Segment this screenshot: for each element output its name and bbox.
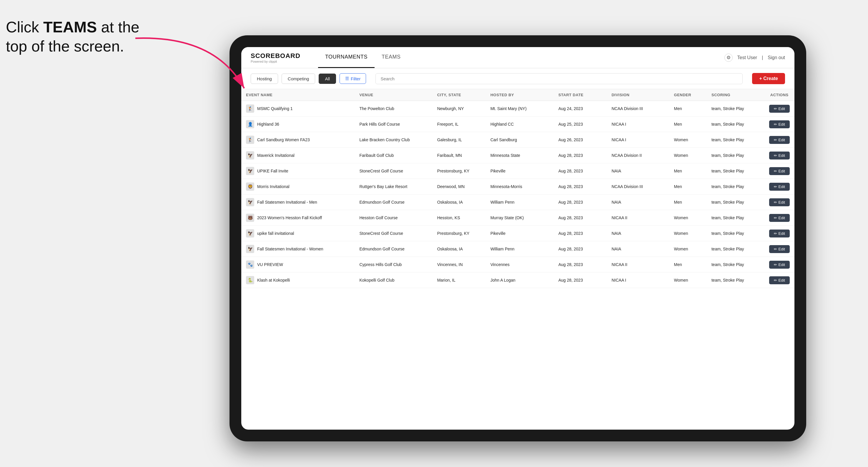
cell-hosted-3: Minnesota State (486, 148, 554, 163)
cell-event-7: 🐻 2023 Women's Hesston Fall Kickoff (241, 210, 354, 226)
cell-event-11: 🐍 Klash at Kokopelli (241, 273, 354, 288)
cell-event-3: 🦅 Maverick Invitational (241, 148, 354, 163)
hosting-filter-btn[interactable]: Hosting (251, 73, 278, 84)
table-row: 🦅 Maverick Invitational Faribault Golf C… (241, 148, 795, 163)
cell-date-5: Aug 28, 2023 (554, 179, 607, 194)
event-name-7: 2023 Women's Hesston Fall Kickoff (257, 215, 322, 220)
cell-actions-0: ✏ Edit (765, 101, 795, 117)
cell-city-0: Newburgh, NY (433, 101, 486, 117)
cell-city-8: Prestonsburg, KY (433, 226, 486, 241)
edit-icon-1: ✏ (774, 122, 777, 127)
cell-actions-6: ✏ Edit (765, 194, 795, 210)
cell-actions-5: ✏ Edit (765, 179, 795, 194)
table-container: EVENT NAME VENUE CITY, STATE HOSTED BY S… (241, 89, 795, 430)
filter-options-btn[interactable]: ☰ Filter (340, 73, 366, 84)
event-name-10: VU PREVIEW (257, 262, 283, 267)
edit-button-2[interactable]: ✏ Edit (769, 136, 790, 144)
edit-button-5[interactable]: ✏ Edit (769, 183, 790, 191)
edit-button-1[interactable]: ✏ Edit (769, 120, 790, 128)
cell-event-6: 🦅 Fall Statesmen Invitational - Men (241, 194, 354, 210)
edit-button-10[interactable]: ✏ Edit (769, 261, 790, 269)
signout-link[interactable]: Sign out (768, 55, 785, 60)
cell-city-2: Galesburg, IL (433, 132, 486, 148)
cell-division-11: NICAA I (607, 273, 669, 288)
create-button[interactable]: + Create (752, 73, 785, 84)
table-row: 🦅 Fall Statesmen Invitational - Women Ed… (241, 241, 795, 257)
cell-scoring-10: team, Stroke Play (707, 257, 765, 273)
cell-city-10: Vincennes, IN (433, 257, 486, 273)
cell-scoring-4: team, Stroke Play (707, 163, 765, 179)
cell-city-1: Freeport, IL (433, 117, 486, 132)
table-row: 🐾 VU PREVIEW Cypress Hills Golf Club Vin… (241, 257, 795, 273)
cell-date-11: Aug 28, 2023 (554, 273, 607, 288)
cell-venue-11: Kokopelli Golf Club (354, 273, 432, 288)
edit-button-3[interactable]: ✏ Edit (769, 152, 790, 159)
edit-icon-8: ✏ (774, 231, 777, 236)
all-filter-btn[interactable]: All (319, 73, 336, 84)
competing-filter-btn[interactable]: Competing (282, 73, 315, 84)
cell-date-4: Aug 28, 2023 (554, 163, 607, 179)
tab-tournaments[interactable]: TOURNAMENTS (318, 47, 375, 68)
cell-venue-4: StoneCrest Golf Course (354, 163, 432, 179)
cell-venue-7: Hesston Golf Course (354, 210, 432, 226)
edit-button-9[interactable]: ✏ Edit (769, 245, 790, 253)
filter-label: Filter (351, 76, 361, 81)
search-box (375, 73, 743, 84)
cell-actions-11: ✏ Edit (765, 273, 795, 288)
cell-hosted-0: Mt. Saint Mary (NY) (486, 101, 554, 117)
col-header-venue: VENUE (354, 89, 432, 101)
logo-title: SCOREBOARD (251, 52, 301, 60)
tab-teams[interactable]: TEAMS (375, 47, 408, 68)
cell-event-2: 🏌️ Carl Sandburg Women FA23 (241, 132, 354, 148)
toolbar: Hosting Competing All ☰ Filter + Create (241, 68, 795, 89)
event-name-4: UPIKE Fall Invite (257, 168, 288, 173)
cell-division-6: NAIA (607, 194, 669, 210)
cell-scoring-0: team, Stroke Play (707, 101, 765, 117)
cell-event-10: 🐾 VU PREVIEW (241, 257, 354, 273)
event-name-11: Klash at Kokopelli (257, 278, 290, 282)
cell-actions-3: ✏ Edit (765, 148, 795, 163)
cell-city-7: Hesston, KS (433, 210, 486, 226)
cell-hosted-8: Pikeville (486, 226, 554, 241)
annotation-bold: TEAMS (43, 19, 97, 36)
annotation-prefix: Click (6, 19, 43, 36)
filter-icon: ☰ (345, 76, 349, 81)
cell-division-7: NICAA II (607, 210, 669, 226)
edit-icon-3: ✏ (774, 153, 777, 158)
cell-venue-0: The Powelton Club (354, 101, 432, 117)
annotation-line3: top of the screen. (6, 38, 124, 55)
cell-division-9: NAIA (607, 241, 669, 257)
cell-hosted-5: Minnesota-Morris (486, 179, 554, 194)
cell-venue-9: Edmundson Golf Course (354, 241, 432, 257)
cell-scoring-2: team, Stroke Play (707, 132, 765, 148)
cell-city-11: Marion, IL (433, 273, 486, 288)
cell-division-10: NICAA II (607, 257, 669, 273)
team-logo-11: 🐍 (246, 276, 254, 284)
search-input[interactable] (375, 73, 743, 84)
cell-division-5: NCAA Division III (607, 179, 669, 194)
cell-scoring-9: team, Stroke Play (707, 241, 765, 257)
cell-date-6: Aug 28, 2023 (554, 194, 607, 210)
cell-venue-10: Cypress Hills Golf Club (354, 257, 432, 273)
table-row: 🦅 Fall Statesmen Invitational - Men Edmu… (241, 194, 795, 210)
cell-scoring-11: team, Stroke Play (707, 273, 765, 288)
edit-icon-2: ✏ (774, 138, 777, 142)
edit-button-0[interactable]: ✏ Edit (769, 105, 790, 113)
team-logo-4: 🦅 (246, 167, 254, 175)
col-header-date: START DATE (554, 89, 607, 101)
edit-button-11[interactable]: ✏ Edit (769, 276, 790, 284)
edit-icon-0: ✏ (774, 106, 777, 111)
cell-hosted-10: Vincennes (486, 257, 554, 273)
edit-button-6[interactable]: ✏ Edit (769, 198, 790, 206)
tablet-screen: SCOREBOARD Powered by clippit TOURNAMENT… (241, 47, 795, 430)
settings-icon[interactable]: ⚙ (724, 54, 733, 62)
cell-event-1: 👤 Highland 36 (241, 117, 354, 132)
edit-button-8[interactable]: ✏ Edit (769, 229, 790, 238)
edit-button-7[interactable]: ✏ Edit (769, 214, 790, 222)
cell-scoring-7: team, Stroke Play (707, 210, 765, 226)
edit-button-4[interactable]: ✏ Edit (769, 167, 790, 175)
cell-gender-9: Women (670, 241, 707, 257)
cell-division-8: NAIA (607, 226, 669, 241)
cell-actions-10: ✏ Edit (765, 257, 795, 273)
cell-event-0: 🏌️ MSMC Qualifying 1 (241, 101, 354, 117)
